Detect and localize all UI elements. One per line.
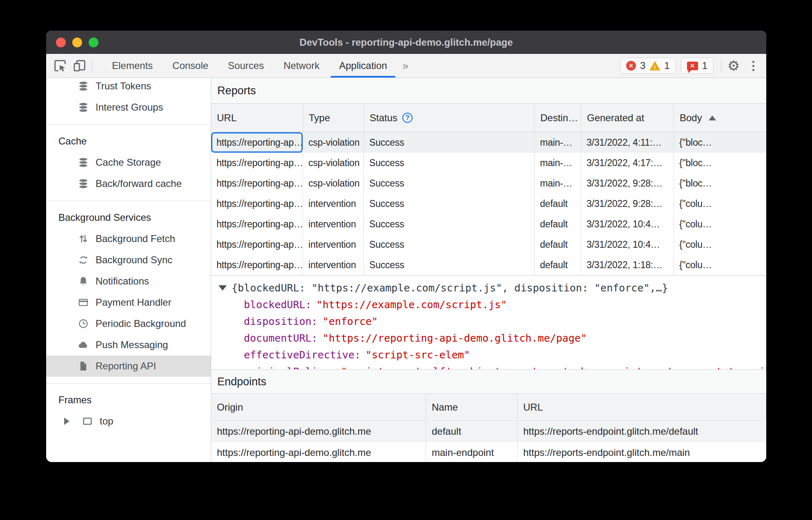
report-url-cell[interactable]: https://reporting-ap… xyxy=(211,193,303,214)
report-row[interactable]: https://reporting-ap… intervention Succe… xyxy=(211,255,766,275)
report-generated-cell[interactable]: 3/31/2022, 10:4… xyxy=(581,234,674,255)
report-generated-cell[interactable]: 3/31/2022, 4:17:… xyxy=(581,153,674,173)
report-body-cell[interactable]: {"colu… xyxy=(674,214,766,234)
report-destination-cell[interactable]: default xyxy=(535,193,581,214)
report-row[interactable]: https://reporting-ap… intervention Succe… xyxy=(211,193,766,214)
gear-icon: ⚙ xyxy=(727,59,740,73)
report-destination-cell[interactable]: main-… xyxy=(535,173,581,193)
report-type-cell[interactable]: csp-violation xyxy=(303,173,364,193)
column-header-endpoint-url[interactable]: URL xyxy=(518,394,766,420)
report-body-cell[interactable]: {"bloc… xyxy=(674,132,766,153)
sidebar-item-payment-handler[interactable]: Payment Handler xyxy=(46,292,211,313)
error-count: 3 xyxy=(640,60,645,71)
report-generated-cell[interactable]: 3/31/2022, 1:18:… xyxy=(581,255,674,275)
report-body-cell[interactable]: {"bloc… xyxy=(674,153,766,173)
sidebar-item-background-fetch[interactable]: Background Fetch xyxy=(46,228,211,249)
tab-console[interactable]: Console xyxy=(163,54,218,78)
sidebar-item-back-forward-cache[interactable]: Back/forward cache xyxy=(46,173,211,194)
column-header-name[interactable]: Name xyxy=(426,394,518,420)
console-status-badge[interactable]: ✕ 3 ! 1 xyxy=(620,58,676,74)
column-header-type[interactable]: Type xyxy=(303,104,364,132)
report-generated-cell[interactable]: 3/31/2022, 10:4… xyxy=(581,214,674,234)
report-type-cell[interactable]: intervention xyxy=(303,234,364,255)
tab-application[interactable]: Application xyxy=(329,54,397,78)
inspect-element-button[interactable] xyxy=(50,54,70,78)
report-status-cell[interactable]: Success xyxy=(364,132,535,153)
report-destination-cell[interactable]: main-… xyxy=(535,153,581,173)
reports-table-header: URL Type Status ? Destin… Generated at B… xyxy=(211,104,766,132)
report-status-cell[interactable]: Success xyxy=(364,214,535,234)
endpoints-table: Origin Name URL https://reporting-api-de… xyxy=(211,394,766,462)
device-toolbar-button[interactable] xyxy=(70,54,89,78)
frames-section-title: Frames xyxy=(46,389,211,411)
report-status-cell[interactable]: Success xyxy=(364,153,535,173)
sidebar-item-interest-groups[interactable]: Interest Groups xyxy=(46,97,211,118)
column-header-origin[interactable]: Origin xyxy=(211,394,426,420)
sidebar-item-label: Trust Tokens xyxy=(96,80,151,92)
report-type-cell[interactable]: intervention xyxy=(303,214,364,234)
cache-group: Cache Cache Storage Back/forward cache xyxy=(46,125,211,201)
report-type-cell[interactable]: intervention xyxy=(303,255,364,275)
collapse-triangle-icon[interactable] xyxy=(219,285,227,291)
expand-chevron-icon[interactable] xyxy=(64,418,69,425)
column-header-destination[interactable]: Destin… xyxy=(535,104,581,132)
sidebar-item-frame-top[interactable]: top xyxy=(46,411,211,432)
report-body-cell[interactable]: {"colu… xyxy=(674,255,766,275)
issues-badge[interactable]: ✕ 1 xyxy=(681,58,714,74)
report-destination-cell[interactable]: default xyxy=(535,214,581,234)
sidebar-item-notifications[interactable]: Notifications xyxy=(46,271,211,292)
report-type-cell[interactable]: csp-violation xyxy=(303,153,364,173)
report-url-cell[interactable]: https://reporting-ap… xyxy=(211,153,303,173)
sidebar-item-cache-storage[interactable]: Cache Storage xyxy=(46,152,211,173)
customize-menu-button[interactable] xyxy=(743,54,763,78)
report-generated-cell[interactable]: 3/31/2022, 4:11:… xyxy=(581,132,674,153)
report-url-cell[interactable]: https://reporting-ap… xyxy=(211,132,303,153)
json-preview-line[interactable]: {blockedURL: "https://example.com/script… xyxy=(219,280,766,296)
report-row[interactable]: https://reporting-ap… csp-violation Succ… xyxy=(211,132,766,153)
column-header-status[interactable]: Status ? xyxy=(364,104,535,132)
more-tabs-button[interactable]: » xyxy=(397,54,414,78)
report-status-cell[interactable]: Success xyxy=(364,193,535,214)
bell-icon xyxy=(78,276,89,287)
sidebar-item-trust-tokens[interactable]: Trust Tokens xyxy=(46,78,211,97)
column-header-url[interactable]: URL xyxy=(211,104,303,132)
report-status-cell[interactable]: Success xyxy=(364,255,535,275)
sidebar-item-label: Back/forward cache xyxy=(96,178,182,189)
report-row[interactable]: https://reporting-ap… csp-violation Succ… xyxy=(211,173,766,193)
report-destination-cell[interactable]: default xyxy=(535,255,581,275)
report-type-cell[interactable]: csp-violation xyxy=(303,132,364,153)
column-header-generated-at[interactable]: Generated at xyxy=(581,104,674,132)
sidebar-item-periodic-background-sync[interactable]: Periodic Background xyxy=(46,313,211,334)
report-url-cell[interactable]: https://reporting-ap… xyxy=(211,173,303,193)
report-status-cell[interactable]: Success xyxy=(364,173,535,193)
column-header-body[interactable]: Body xyxy=(674,104,766,132)
report-body-cell[interactable]: {"colu… xyxy=(674,193,766,214)
sidebar-item-background-sync[interactable]: Background Sync xyxy=(46,249,211,271)
report-generated-cell[interactable]: 3/31/2022, 9:28:… xyxy=(581,173,674,193)
report-url-cell[interactable]: https://reporting-ap… xyxy=(211,255,303,275)
report-destination-cell[interactable]: default xyxy=(535,234,581,255)
report-generated-cell[interactable]: 3/31/2022, 9:28:… xyxy=(581,193,674,214)
report-type-cell[interactable]: intervention xyxy=(303,193,364,214)
sidebar-item-reporting-api[interactable]: Reporting API xyxy=(46,356,211,377)
sidebar-item-label: top xyxy=(100,416,113,427)
report-status-cell[interactable]: Success xyxy=(364,234,535,255)
tab-network[interactable]: Network xyxy=(274,54,329,78)
report-url-cell[interactable]: https://reporting-ap… xyxy=(211,234,303,255)
tab-sources[interactable]: Sources xyxy=(218,54,274,78)
status-help-icon[interactable]: ? xyxy=(402,113,413,123)
report-body-cell[interactable]: {"bloc… xyxy=(674,173,766,193)
report-body-cell[interactable]: {"colu… xyxy=(674,234,766,255)
report-destination-cell[interactable]: main-… xyxy=(535,132,581,153)
report-row[interactable]: https://reporting-ap… csp-violation Succ… xyxy=(211,153,766,173)
background-services-group: Background Services Background Fetch xyxy=(46,201,211,384)
report-row[interactable]: https://reporting-ap… intervention Succe… xyxy=(211,234,766,255)
reports-table: URL Type Status ? Destin… Generated at B… xyxy=(211,104,766,276)
report-row[interactable]: https://reporting-ap… intervention Succe… xyxy=(211,214,766,234)
report-url-cell[interactable]: https://reporting-ap… xyxy=(211,214,303,234)
database-icon xyxy=(78,102,89,113)
tab-elements[interactable]: Elements xyxy=(102,54,163,78)
settings-button[interactable]: ⚙ xyxy=(724,54,743,78)
sidebar-item-push-messaging[interactable]: Push Messaging xyxy=(46,334,211,356)
cloud-icon xyxy=(78,340,89,350)
